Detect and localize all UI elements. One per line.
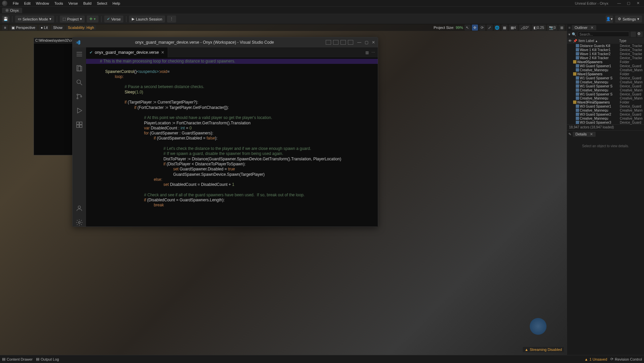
tree-item[interactable]: Creative_MannequCreative_Mann: [567, 108, 644, 112]
menu-item-edit[interactable]: Edit: [22, 1, 33, 6]
launch-session-button[interactable]: ▶ Launch Session: [129, 15, 165, 23]
pin-column-icon[interactable]: 📌: [573, 39, 577, 43]
source-control-icon[interactable]: [75, 92, 83, 100]
output-log-button[interactable]: ▤ Output Log: [36, 357, 59, 361]
menu-item-select[interactable]: Select: [94, 1, 110, 6]
scale-snap-value[interactable]: ◧ 0.25: [532, 25, 546, 31]
more-actions-icon[interactable]: ⋯: [371, 50, 375, 55]
menu-icon[interactable]: [75, 50, 83, 58]
add-button[interactable]: ✚ ▾: [87, 15, 98, 23]
menu-item-build[interactable]: Build: [81, 1, 94, 6]
split-editor-icon[interactable]: ▥: [365, 50, 369, 55]
tree-item[interactable]: Creative_MannequCreative_Mann: [567, 88, 644, 92]
tree-item[interactable]: Wave 1 Kill Tracker1Device_Tracke: [567, 48, 644, 52]
panel-layout-icon[interactable]: [348, 40, 353, 45]
menu-item-window[interactable]: Window: [33, 1, 52, 6]
minimize-icon[interactable]: —: [615, 1, 623, 5]
maximize-viewport-icon[interactable]: ⊞: [559, 25, 565, 31]
explorer-icon[interactable]: [75, 64, 83, 72]
tree-item[interactable]: Wave 1 Kill Tracker2Device_Tracke: [567, 52, 644, 56]
grid-snap-value[interactable]: ▦ 4: [509, 25, 518, 31]
save-button[interactable]: 💾: [2, 15, 9, 23]
tree-item[interactable]: W3 Guard Spawner2Device_Guard: [567, 112, 644, 116]
filter-icon[interactable]: ▾: [568, 32, 570, 37]
vscode-maximize-icon[interactable]: ▢: [365, 40, 368, 45]
project-button[interactable]: ⬚ Project ▾: [60, 15, 85, 23]
translate-tool-icon[interactable]: ✥: [472, 25, 478, 31]
search-icon[interactable]: [75, 78, 83, 86]
vscode-window[interactable]: onyx_guard_manager_device.verse - Onyx (…: [72, 37, 378, 227]
verse-button[interactable]: ✔ Verse: [104, 15, 123, 23]
close-icon[interactable]: ✕: [590, 132, 593, 136]
panel-left-icon[interactable]: [326, 40, 331, 45]
show-button[interactable]: Show: [51, 25, 65, 30]
surface-snap-icon[interactable]: ▦: [501, 25, 508, 31]
panel-bottom-icon[interactable]: [333, 40, 338, 45]
viewport-gizmo-icon[interactable]: [530, 318, 547, 335]
maximize-icon[interactable]: ▢: [625, 1, 633, 5]
menu-item-file[interactable]: File: [10, 1, 22, 6]
project-icon: [5, 9, 9, 12]
perspective-button[interactable]: ▣ Perspective: [9, 25, 37, 31]
tree-item[interactable]: W3 Guard Spawner1Device_Guard: [567, 104, 644, 108]
tree-item[interactable]: Creative_MannequCreative_Mann: [567, 116, 644, 120]
tree-item[interactable]: Creative_MannequCreative_Mann: [567, 96, 644, 100]
selection-mode-button[interactable]: ▭ Selection Mode ▾: [15, 15, 54, 23]
project-tab[interactable]: Onyx: [2, 8, 22, 13]
sort-icon[interactable]: ▴: [596, 39, 597, 43]
tree-item[interactable]: W1 Guard Spawner SDevice_Guard: [567, 92, 644, 96]
tree-item[interactable]: W3 Guard Spawner3Device_Guard: [567, 120, 644, 124]
outliner-search-input[interactable]: [578, 32, 629, 37]
viewport-menu-button[interactable]: ≡: [2, 25, 8, 30]
details-tab[interactable]: Details ✕: [573, 132, 596, 137]
scalability-button[interactable]: Scalability: High: [66, 25, 96, 30]
launch-options-button[interactable]: ⋮: [167, 15, 176, 23]
global-local-icon[interactable]: 🌐: [494, 25, 500, 31]
vscode-close-icon[interactable]: ✕: [372, 40, 375, 45]
menu-item-help[interactable]: Help: [110, 1, 123, 6]
tree-item[interactable]: Creative_MannequCreative_Mann: [567, 68, 644, 72]
revision-control-button[interactable]: ⟳ Revision Control: [610, 357, 642, 361]
tree-item[interactable]: Creative_MannequCreative_Mann: [567, 80, 644, 84]
scale-tool-icon[interactable]: ⤢: [487, 25, 493, 31]
close-icon[interactable]: ✕: [634, 1, 642, 5]
visibility-column-icon[interactable]: 👁: [568, 39, 572, 43]
rotate-tool-icon[interactable]: ⟳: [479, 25, 485, 31]
cmd-window[interactable]: C:\Windows\system32\cmd.: [34, 38, 74, 155]
tree-folder[interactable]: Wave1SpawnersFolder: [567, 72, 644, 76]
viewport[interactable]: ≡ ▣ Perspective ● Lit Show Scalability: …: [0, 24, 567, 355]
tab-close-icon[interactable]: ✕: [161, 50, 164, 55]
accounts-icon[interactable]: [75, 204, 83, 212]
outliner-settings-icon[interactable]: ⚙: [637, 32, 643, 37]
select-tool-icon[interactable]: ↖: [465, 25, 471, 31]
user-icon[interactable]: 👤▾: [606, 15, 613, 23]
tree-item[interactable]: W1 Guard Spawner SDevice_Guard: [567, 84, 644, 88]
panel-right-icon[interactable]: [340, 40, 346, 45]
menu-item-tools[interactable]: Tools: [52, 1, 66, 6]
outliner-tab[interactable]: Outliner ✕: [572, 25, 596, 30]
vscode-minimize-icon[interactable]: —: [357, 40, 361, 45]
tree-item[interactable]: Distance Guards KillDevice_Tracke: [567, 44, 644, 48]
outliner-options-icon[interactable]: [631, 32, 636, 37]
outliner-filter-icon[interactable]: ≡: [568, 26, 570, 30]
menu-item-verse[interactable]: Verse: [66, 1, 81, 6]
settings-gear-icon[interactable]: [75, 218, 83, 227]
unsaved-button[interactable]: ▲ 1 Unsaved: [585, 357, 607, 361]
settings-button[interactable]: ⚙ Settings ▾: [615, 15, 642, 23]
content-drawer-button[interactable]: ▤ Content Drawer: [2, 357, 33, 361]
run-debug-icon[interactable]: [75, 107, 83, 115]
camera-speed-value[interactable]: 📷 3: [547, 25, 557, 31]
tree-item[interactable]: W1 Guard Spawner SDevice_Guard: [567, 76, 644, 80]
extensions-icon[interactable]: [75, 121, 83, 129]
lit-button[interactable]: ● Lit: [39, 25, 50, 30]
tree-item[interactable]: Wave 2 Kill TrackerDevice_Tracke: [567, 56, 644, 60]
angle-snap-value[interactable]: ◿ 10°: [519, 25, 531, 31]
tree-folder[interactable]: Wave0SpawnersFolder: [567, 60, 644, 64]
outliner-tree[interactable]: Distance Guards KillDevice_TrackeWave 1 …: [567, 44, 644, 124]
close-icon[interactable]: ✕: [591, 26, 594, 30]
tree-item[interactable]: W0 Guard Spawner1Device_Guard: [567, 64, 644, 68]
vscode-tab-active[interactable]: ✔ onyx_guard_manager_device.verse ✕: [86, 47, 168, 57]
tree-folder[interactable]: Wave3FinalSpawnersFolder: [567, 100, 644, 104]
actor-icon: [576, 84, 579, 88]
code-editor[interactable]: # This is the main processing loop for c…: [86, 57, 378, 227]
